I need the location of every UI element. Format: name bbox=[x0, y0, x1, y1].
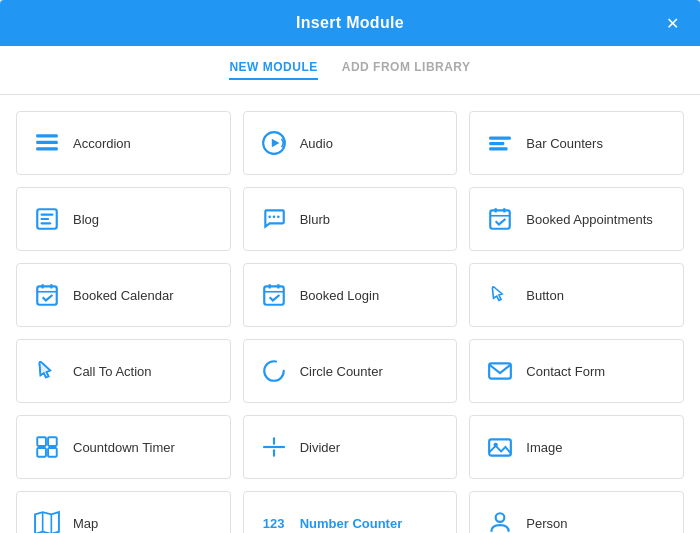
module-label-contact-form: Contact Form bbox=[526, 364, 605, 379]
module-card-button[interactable]: Button bbox=[469, 263, 684, 327]
booked-calendar-icon bbox=[33, 282, 61, 308]
booked-login-icon bbox=[260, 282, 288, 308]
svg-marker-4 bbox=[271, 139, 279, 148]
tab-bar: NEW MODULE ADD FROM LIBRARY bbox=[0, 46, 700, 95]
module-label-countdown-timer: Countdown Timer bbox=[73, 440, 175, 455]
module-label-divider: Divider bbox=[300, 440, 340, 455]
module-label-accordion: Accordion bbox=[73, 136, 131, 151]
module-card-map[interactable]: Map bbox=[16, 491, 231, 533]
svg-point-41 bbox=[496, 513, 505, 522]
svg-rect-29 bbox=[37, 437, 46, 446]
module-label-booked-appointments: Booked Appointments bbox=[526, 212, 652, 227]
module-card-divider[interactable]: Divider bbox=[243, 415, 458, 479]
svg-rect-9 bbox=[41, 214, 54, 216]
modal-header: Insert Module ✕ bbox=[0, 0, 700, 46]
module-label-blurb: Blurb bbox=[300, 212, 330, 227]
accordion-icon bbox=[33, 130, 61, 156]
svg-rect-32 bbox=[48, 448, 57, 457]
svg-rect-2 bbox=[36, 147, 58, 150]
booked-appointments-icon bbox=[486, 206, 514, 232]
svg-marker-38 bbox=[35, 512, 59, 533]
tab-new-module[interactable]: NEW MODULE bbox=[229, 60, 317, 80]
module-card-blog[interactable]: Blog bbox=[16, 187, 231, 251]
module-label-call-to-action: Call To Action bbox=[73, 364, 152, 379]
map-icon bbox=[33, 510, 61, 533]
insert-module-modal: Insert Module ✕ NEW MODULE ADD FROM LIBR… bbox=[0, 0, 700, 533]
svg-rect-1 bbox=[36, 141, 58, 144]
svg-point-14 bbox=[277, 216, 280, 219]
module-card-call-to-action[interactable]: Call To Action bbox=[16, 339, 231, 403]
divider-icon bbox=[260, 434, 288, 460]
module-label-audio: Audio bbox=[300, 136, 333, 151]
blog-icon bbox=[33, 206, 61, 232]
close-button[interactable]: ✕ bbox=[660, 11, 684, 35]
svg-rect-19 bbox=[37, 286, 57, 304]
module-card-person[interactable]: Person bbox=[469, 491, 684, 533]
module-label-circle-counter: Circle Counter bbox=[300, 364, 383, 379]
svg-rect-23 bbox=[264, 286, 284, 304]
svg-rect-7 bbox=[489, 147, 507, 150]
tab-add-from-library[interactable]: ADD FROM LIBRARY bbox=[342, 60, 471, 80]
svg-point-27 bbox=[264, 361, 284, 381]
module-card-audio[interactable]: Audio bbox=[243, 111, 458, 175]
svg-rect-6 bbox=[489, 142, 504, 145]
module-label-person: Person bbox=[526, 516, 567, 531]
module-label-bar-counters: Bar Counters bbox=[526, 136, 603, 151]
bar-counters-icon bbox=[486, 130, 514, 156]
module-card-booked-appointments[interactable]: Booked Appointments bbox=[469, 187, 684, 251]
module-card-image[interactable]: Image bbox=[469, 415, 684, 479]
svg-rect-28 bbox=[489, 363, 511, 378]
module-label-booked-login: Booked Login bbox=[300, 288, 380, 303]
module-card-booked-login[interactable]: Booked Login bbox=[243, 263, 458, 327]
svg-rect-36 bbox=[489, 439, 511, 455]
audio-icon bbox=[260, 130, 288, 156]
module-card-contact-form[interactable]: Contact Form bbox=[469, 339, 684, 403]
button-icon bbox=[486, 282, 514, 308]
module-card-accordion[interactable]: Accordion bbox=[16, 111, 231, 175]
module-label-map: Map bbox=[73, 516, 98, 531]
person-icon bbox=[486, 510, 514, 533]
blurb-icon bbox=[260, 206, 288, 232]
module-card-bar-counters[interactable]: Bar Counters bbox=[469, 111, 684, 175]
svg-rect-31 bbox=[37, 448, 46, 457]
svg-rect-10 bbox=[41, 218, 50, 220]
module-label-blog: Blog bbox=[73, 212, 99, 227]
svg-rect-5 bbox=[489, 137, 511, 140]
svg-point-13 bbox=[272, 216, 275, 219]
module-card-booked-calendar[interactable]: Booked Calendar bbox=[16, 263, 231, 327]
svg-rect-30 bbox=[48, 437, 57, 446]
svg-rect-0 bbox=[36, 134, 58, 137]
modal-title: Insert Module bbox=[296, 14, 404, 32]
circle-counter-icon bbox=[260, 358, 288, 384]
module-card-blurb[interactable]: Blurb bbox=[243, 187, 458, 251]
contact-form-icon bbox=[486, 358, 514, 384]
countdown-timer-icon bbox=[33, 434, 61, 460]
module-label-image: Image bbox=[526, 440, 562, 455]
svg-rect-11 bbox=[41, 222, 52, 224]
module-label-booked-calendar: Booked Calendar bbox=[73, 288, 173, 303]
image-icon bbox=[486, 434, 514, 460]
module-card-number-counter[interactable]: 123Number Counter bbox=[243, 491, 458, 533]
module-label-number-counter: Number Counter bbox=[300, 516, 403, 531]
modules-grid: AccordionAudioBar CountersBlogBlurbBooke… bbox=[0, 95, 700, 533]
svg-rect-15 bbox=[491, 210, 511, 228]
module-card-countdown-timer[interactable]: Countdown Timer bbox=[16, 415, 231, 479]
module-label-button: Button bbox=[526, 288, 564, 303]
number-counter-icon: 123 bbox=[260, 516, 288, 531]
module-card-circle-counter[interactable]: Circle Counter bbox=[243, 339, 458, 403]
call-to-action-icon bbox=[33, 358, 61, 384]
svg-point-12 bbox=[268, 216, 271, 219]
